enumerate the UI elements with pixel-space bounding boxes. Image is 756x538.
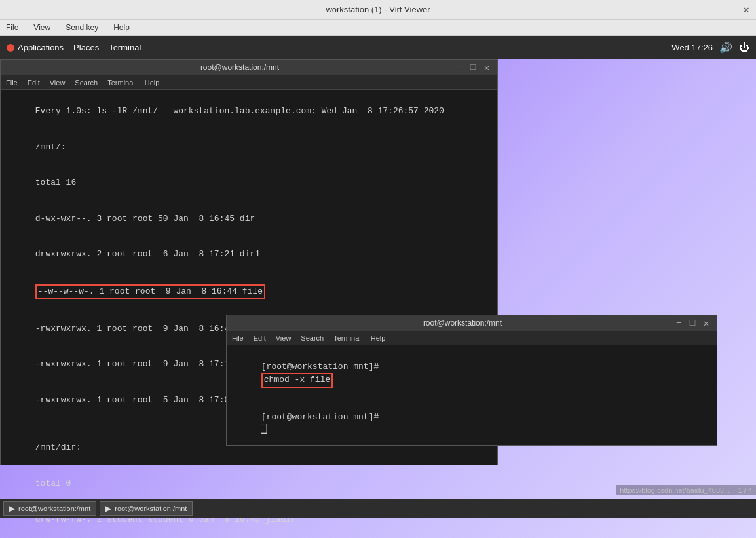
terminal1-close[interactable]: ✕ — [482, 62, 492, 73]
terminal2-menubar: File Edit View Search Terminal Help — [227, 331, 717, 345]
t2-menu-search[interactable]: Search — [301, 334, 324, 342]
volume-icon[interactable]: 🔊 — [719, 41, 732, 54]
t1-line-9: /mnt/dir: — [35, 442, 81, 452]
t2-menu-view[interactable]: View — [276, 334, 292, 342]
t1-line-4: drwxrwxrwx. 2 root root 6 Jan 8 17:21 di… — [35, 249, 260, 259]
t1-line-2: total 16 — [35, 178, 76, 187]
terminal-window-2: root@workstation:/mnt − □ ✕ File Edit Vi… — [226, 315, 717, 446]
t1-menu-search[interactable]: Search — [75, 79, 98, 86]
applications-button[interactable]: Applications — [7, 43, 64, 52]
terminal2-minimize[interactable]: − — [673, 318, 684, 328]
t2-prompt2: [root@workstation mnt]# — [261, 412, 379, 422]
virt-viewer-titlebar: workstation (1) - Virt Viewer ✕ — [0, 0, 756, 20]
t2-cursor: █ — [261, 424, 267, 434]
power-icon[interactable]: ⏻ — [739, 42, 749, 54]
terminal2-content: [root@workstation mnt]# chmod -x file [r… — [227, 345, 717, 452]
datetime-label: Wed 17:26 — [671, 43, 713, 52]
redhat-icon — [7, 44, 14, 52]
taskbar-icon-2: ▶ — [105, 504, 111, 513]
terminal2-titlebar: root@workstation:/mnt − □ ✕ — [227, 315, 717, 331]
csdn-watermark: https://blog.csdn.net/baidu_4038... — [620, 486, 730, 494]
t1-menu-edit[interactable]: Edit — [28, 79, 40, 86]
terminal-button[interactable]: Terminal — [109, 43, 141, 52]
menu-view[interactable]: View — [31, 22, 53, 33]
t2-menu-help[interactable]: Help — [371, 334, 386, 342]
page-indicator: https://blog.csdn.net/baidu_4038... 1 / … — [616, 485, 756, 495]
page-number: 1 / 4 — [738, 486, 752, 494]
taskbar-item-2[interactable]: ▶ root@workstation:/mnt — [100, 501, 193, 516]
t1-line-10: total 0 — [35, 478, 71, 488]
t1-menu-view[interactable]: View — [50, 79, 66, 86]
t2-cmd1-highlighted: chmod -x file — [261, 373, 333, 387]
terminal1-maximize[interactable]: □ — [468, 62, 478, 73]
taskbar: ▶ root@workstation:/mnt ▶ root@workstati… — [0, 499, 756, 518]
t1-line-1: /mnt/: — [35, 142, 66, 152]
t1-menu-help[interactable]: Help — [145, 79, 160, 86]
window-title: workstation (1) - Virt Viewer — [326, 5, 430, 14]
terminal1-titlebar: root@workstation:/mnt − □ ✕ — [1, 60, 497, 75]
terminal1-minimize[interactable]: − — [454, 62, 464, 73]
terminal1-menubar: File Edit View Search Terminal Help — [1, 75, 497, 90]
terminal1-content: Every 1.0s: ls -lR /mnt/ workstation.lab… — [1, 90, 497, 538]
topbar-left: Applications Places Terminal — [7, 43, 141, 52]
desktop-area: root@workstation:/mnt − □ ✕ File Edit Vi… — [0, 59, 756, 518]
t1-line-5-highlighted: --w--w--w-. 1 root root 9 Jan 8 16:44 fi… — [35, 284, 265, 299]
terminal2-controls: − □ ✕ — [673, 318, 711, 329]
t1-menu-terminal[interactable]: Terminal — [107, 79, 135, 86]
gnome-topbar: Applications Places Terminal Wed 17:26 🔊… — [0, 36, 756, 59]
taskbar-item-1[interactable]: ▶ root@workstation:/mnt — [3, 501, 96, 516]
taskbar-label-2: root@workstation:/mnt — [115, 505, 187, 512]
t1-menu-file[interactable]: File — [6, 79, 18, 86]
app-menubar: File View Send key Help — [0, 20, 756, 36]
t2-menu-file[interactable]: File — [232, 334, 244, 342]
terminal1-title: root@workstation:/mnt — [26, 63, 454, 72]
taskbar-icon-1: ▶ — [9, 504, 15, 513]
close-button[interactable]: ✕ — [743, 3, 749, 16]
t2-menu-edit[interactable]: Edit — [254, 334, 266, 342]
menu-sendkey[interactable]: Send key — [63, 22, 101, 33]
menu-file[interactable]: File — [3, 22, 21, 33]
t1-line-3: d-wx-wxr--. 3 root root 50 Jan 8 16:45 d… — [35, 214, 255, 223]
terminal2-close[interactable]: ✕ — [701, 318, 711, 329]
applications-label: Applications — [18, 43, 64, 52]
menu-help[interactable]: Help — [111, 22, 132, 33]
terminal2-title: root@workstation:/mnt — [252, 318, 673, 328]
terminal2-maximize[interactable]: □ — [687, 318, 698, 328]
terminal1-controls: − □ ✕ — [454, 62, 492, 73]
t2-prompt1: [root@workstation mnt]# — [261, 362, 379, 372]
topbar-right: Wed 17:26 🔊 ⏻ — [671, 41, 749, 54]
places-button[interactable]: Places — [73, 43, 99, 52]
taskbar-label-1: root@workstation:/mnt — [18, 505, 90, 512]
watch-cmd-line: Every 1.0s: ls -lR /mnt/ workstation.lab… — [35, 106, 444, 116]
t2-menu-terminal[interactable]: Terminal — [333, 334, 361, 342]
